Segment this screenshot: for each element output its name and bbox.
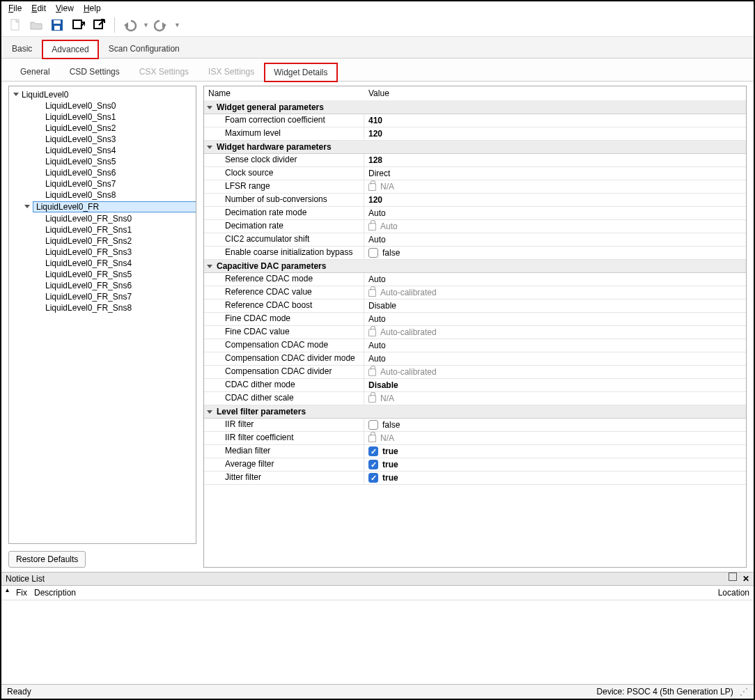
property-header: Name Value <box>204 86 746 101</box>
checkbox-icon[interactable] <box>368 420 378 430</box>
status-bar: Ready Device: PSOC 4 (5th Generation LP)… <box>1 684 754 699</box>
tree-child[interactable]: LiquidLevel0_FR_Sns6 <box>9 280 196 291</box>
tree-child[interactable]: LiquidLevel0_Sns7 <box>9 178 196 189</box>
new-file-icon[interactable] <box>7 17 24 33</box>
svg-rect-5 <box>94 20 102 29</box>
subtab-csx: CSX Settings <box>130 63 198 81</box>
tree-child[interactable]: LiquidLevel0_FR_Sns1 <box>9 224 196 235</box>
subtab-isx: ISX Settings <box>199 63 263 81</box>
redo-dropdown-icon[interactable]: ▼ <box>174 22 180 29</box>
header-value: Value <box>368 88 389 98</box>
prop-lfsr-range: LFSR rangeN/A <box>204 180 746 194</box>
prop-comp-cdac-div: Compensation CDAC dividerAuto-calibrated <box>204 366 746 379</box>
tree-node-liquidlevel0[interactable]: LiquidLevel0 <box>9 89 196 100</box>
save-icon[interactable] <box>49 17 65 33</box>
restore-defaults-button[interactable]: Restore Defaults <box>8 551 86 568</box>
prop-cdac-dither-mode[interactable]: CDAC dither modeDisable <box>204 379 746 392</box>
lock-icon <box>368 223 376 231</box>
col-fix[interactable]: Fix <box>16 588 27 598</box>
prop-iir-coefficient: IIR filter coefficientN/A <box>204 432 746 445</box>
menu-edit[interactable]: Edit <box>31 3 46 13</box>
close-icon[interactable]: ✕ <box>742 574 749 584</box>
prop-decimation-rate-mode[interactable]: Decimation rate modeAuto <box>204 207 746 220</box>
prop-sub-conversions[interactable]: Number of sub-conversions120 <box>204 194 746 207</box>
subtab-csd[interactable]: CSD Settings <box>61 63 129 81</box>
sort-indicator-icon[interactable]: ▴ <box>6 586 9 596</box>
prop-jitter-filter[interactable]: Jitter filter✓true <box>204 472 746 485</box>
tree-child[interactable]: LiquidLevel0_FR_Sns2 <box>9 235 196 247</box>
tree-child[interactable]: LiquidLevel0_FR_Sns5 <box>9 269 196 280</box>
tree-child[interactable]: LiquidLevel0_Sns0 <box>9 100 196 111</box>
prop-ref-cdac-boost[interactable]: Reference CDAC boostDisable <box>204 300 746 313</box>
section-hardware[interactable]: Widget hardware parameters <box>204 141 746 154</box>
subtab-general[interactable]: General <box>11 63 59 81</box>
section-cdac[interactable]: Capacitive DAC parameters <box>204 260 746 273</box>
checkbox-icon[interactable] <box>368 248 378 258</box>
menu-help[interactable]: Help <box>84 3 101 13</box>
tree-panel: LiquidLevel0 LiquidLevel0_Sns0 LiquidLev… <box>8 86 196 568</box>
notice-list-body <box>1 600 754 684</box>
checkbox-checked-icon[interactable]: ✓ <box>368 473 378 483</box>
col-description[interactable]: Description <box>34 588 76 598</box>
tab-basic[interactable]: Basic <box>3 40 41 58</box>
lock-icon <box>368 435 376 442</box>
tree-child[interactable]: LiquidLevel0_FR_Sns4 <box>9 258 196 269</box>
widget-tree[interactable]: LiquidLevel0 LiquidLevel0_Sns0 LiquidLev… <box>8 86 196 544</box>
section-filter[interactable]: Level filter parameters <box>204 405 746 419</box>
col-location[interactable]: Location <box>718 588 749 598</box>
tree-child[interactable]: LiquidLevel0_FR_Sns8 <box>9 302 196 313</box>
lock-icon <box>368 329 376 336</box>
tree-child[interactable]: LiquidLevel0_Sns3 <box>9 134 196 145</box>
svg-rect-2 <box>54 20 61 24</box>
main-content: LiquidLevel0 LiquidLevel0_Sns0 LiquidLev… <box>1 81 754 572</box>
export-icon[interactable] <box>91 17 107 33</box>
open-file-icon[interactable] <box>28 17 45 33</box>
tree-child[interactable]: LiquidLevel0_Sns2 <box>9 123 196 134</box>
resize-grip-icon[interactable]: ⋰ <box>740 687 748 697</box>
prop-sense-clock-divider[interactable]: Sense clock divider128 <box>204 154 746 167</box>
undo-dropdown-icon[interactable]: ▼ <box>143 22 149 29</box>
tree-child[interactable]: LiquidLevel0_FR_Sns3 <box>9 247 196 258</box>
prop-coarse-init-bypass[interactable]: Enable coarse initialization bypassfalse <box>204 247 746 260</box>
checkbox-checked-icon[interactable]: ✓ <box>368 446 378 456</box>
prop-median-filter[interactable]: Median filter✓true <box>204 445 746 458</box>
tree-child[interactable]: LiquidLevel0_Sns6 <box>9 167 196 178</box>
prop-clock-source[interactable]: Clock sourceDirect <box>204 167 746 180</box>
menu-view[interactable]: View <box>56 3 74 13</box>
prop-max-level[interactable]: Maximum level120 <box>204 127 746 141</box>
tree-child[interactable]: LiquidLevel0_Sns8 <box>9 189 196 201</box>
prop-foam-coefficient[interactable]: Foam correction coefficient410 <box>204 114 746 127</box>
tree-node-liquidlevel0-fr[interactable]: LiquidLevel0_FR <box>9 201 196 213</box>
tree-child[interactable]: LiquidLevel0_Sns4 <box>9 145 196 156</box>
prop-cic2-shift[interactable]: CIC2 accumulator shiftAuto <box>204 233 746 247</box>
notice-list-header: Notice List ✕ <box>1 572 754 586</box>
tree-child[interactable]: LiquidLevel0_Sns1 <box>9 111 196 123</box>
float-panel-icon[interactable] <box>730 574 737 581</box>
tree-child[interactable]: LiquidLevel0_FR_Sns0 <box>9 213 196 224</box>
prop-iir-filter[interactable]: IIR filterfalse <box>204 419 746 432</box>
toolbar: ▼ ▼ <box>1 15 754 37</box>
menu-file[interactable]: File <box>8 3 22 13</box>
prop-ref-cdac-mode[interactable]: Reference CDAC modeAuto <box>204 273 746 286</box>
import-icon[interactable] <box>70 17 86 33</box>
tree-child[interactable]: LiquidLevel0_Sns5 <box>9 156 196 167</box>
checkbox-checked-icon[interactable]: ✓ <box>368 460 378 469</box>
redo-icon[interactable] <box>153 17 170 33</box>
prop-average-filter[interactable]: Average filter✓true <box>204 458 746 472</box>
lock-icon <box>368 289 376 297</box>
prop-comp-cdac-mode[interactable]: Compensation CDAC modeAuto <box>204 339 746 352</box>
tab-scan-config[interactable]: Scan Configuration <box>100 40 189 58</box>
sub-tabs: General CSD Settings CSX Settings ISX Se… <box>1 59 754 81</box>
tree-child[interactable]: LiquidLevel0_FR_Sns7 <box>9 291 196 302</box>
undo-icon[interactable] <box>122 17 139 33</box>
prop-comp-cdac-div-mode[interactable]: Compensation CDAC divider modeAuto <box>204 352 746 366</box>
subtab-widget-details[interactable]: Widget Details <box>265 63 336 81</box>
section-general[interactable]: Widget general parameters <box>204 101 746 114</box>
menu-bar: File Edit View Help <box>1 1 754 15</box>
toolbar-separator <box>114 17 115 33</box>
prop-fine-cdac-mode[interactable]: Fine CDAC modeAuto <box>204 313 746 326</box>
notice-columns: ▴ Fix Description Location <box>1 586 754 600</box>
tab-advanced[interactable]: Advanced <box>42 40 98 59</box>
header-name: Name <box>208 88 368 98</box>
property-grid[interactable]: Widget general parameters Foam correctio… <box>204 101 746 567</box>
